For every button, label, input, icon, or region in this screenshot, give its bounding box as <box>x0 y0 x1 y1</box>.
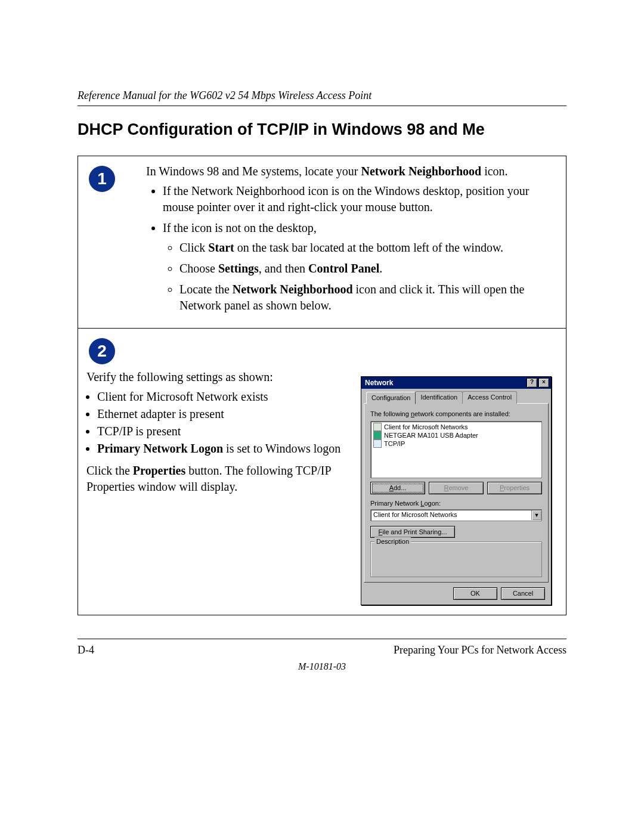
section-title: DHCP Configuration of TCP/IP in Windows … <box>78 120 566 139</box>
step1-sub-1: Click Start on the task bar located at t… <box>179 240 558 256</box>
text-bold: Properties <box>133 464 186 477</box>
step1-intro: In Windows 98 and Me systems, locate you… <box>146 163 558 179</box>
remove-button: Remove <box>429 482 484 494</box>
file-print-sharing-button[interactable]: File and Print Sharing... <box>370 526 455 538</box>
step1-bullet-2: If the icon is not on the desktop, Click… <box>163 220 558 314</box>
list-item-label: TCP/IP <box>384 439 405 448</box>
text: etwork components are installed: <box>414 410 510 417</box>
text: . <box>379 262 382 275</box>
network-dialog: Network ? × Configuration Ide <box>361 376 552 605</box>
text: Click <box>179 241 208 254</box>
text: on the task bar located at the bottom le… <box>234 241 503 254</box>
verify-item: Primary Network Logon is set to Windows … <box>97 441 352 457</box>
components-label: The following network components are ins… <box>370 410 542 419</box>
tab-access-control[interactable]: Access Control <box>462 391 517 404</box>
text: Primary Network <box>370 500 420 507</box>
verify-item: Client for Microsoft Network exists <box>97 389 352 405</box>
add-button[interactable]: Add... <box>370 482 425 494</box>
page-footer: D-4 Preparing Your PCs for Network Acces… <box>78 639 566 672</box>
text-bold: Start <box>208 241 234 254</box>
tab-panel-configuration: The following network components are ins… <box>364 403 549 583</box>
primary-logon-label: Primary Network Logon: <box>370 499 542 508</box>
adapter-icon <box>373 431 382 439</box>
mnemonic: A <box>389 484 394 491</box>
ok-button[interactable]: OK <box>453 587 497 600</box>
list-item[interactable]: NETGEAR MA101 USB Adapter <box>372 431 540 439</box>
step-1-badge: 1 <box>89 166 115 192</box>
steps-table: 1 In Windows 98 and Me systems, locate y… <box>78 156 566 615</box>
primary-logon-combo[interactable]: Client for Microsoft Networks ▼ <box>370 509 542 521</box>
step1-bullet-1: If the Network Neighborhood icon is on t… <box>163 183 558 215</box>
text-bold: Primary Network Logon <box>97 442 223 455</box>
verify-item: Ethernet adapter is present <box>97 406 352 422</box>
text-bold: Network Neighborhood <box>233 283 353 296</box>
list-item[interactable]: Client for Microsoft Networks <box>372 423 540 431</box>
text-bold: Network Neighborhood <box>361 165 481 178</box>
text: If the icon is not on the desktop, <box>163 221 317 234</box>
text: roperties <box>504 484 530 491</box>
chevron-down-icon[interactable]: ▼ <box>531 510 541 520</box>
text: is set to Windows logon <box>223 442 340 455</box>
text-bold: Settings <box>218 262 259 275</box>
text: ile and Print Sharing... <box>382 528 447 535</box>
document-page: Reference Manual for the WG602 v2 54 Mbp… <box>0 0 644 833</box>
text: Locate the <box>179 283 233 296</box>
text: , and then <box>259 262 308 275</box>
step-2-badge: 2 <box>89 338 115 364</box>
list-item-label: Client for Microsoft Networks <box>384 423 468 431</box>
description-label: Description <box>374 537 411 546</box>
list-item-label: NETGEAR MA101 USB Adapter <box>384 431 478 439</box>
footer-rule <box>78 639 566 639</box>
close-button[interactable]: × <box>538 378 549 388</box>
click-properties-text: Click the Properties button. The followi… <box>86 463 352 495</box>
page-number: D-4 <box>78 644 94 657</box>
properties-button: Properties <box>487 482 542 494</box>
text: Click the <box>86 464 133 477</box>
text: In Windows 98 and Me systems, locate you… <box>146 165 361 178</box>
components-listbox[interactable]: Client for Microsoft Networks NETGEAR MA… <box>370 421 542 478</box>
running-header: Reference Manual for the WG602 v2 54 Mbp… <box>78 89 566 102</box>
protocol-icon <box>373 439 382 448</box>
description-group: Description <box>370 541 542 577</box>
text: The following <box>370 410 411 417</box>
text: ogon: <box>424 500 441 507</box>
verify-item: TCP/IP is present <box>97 423 352 439</box>
tab-configuration[interactable]: Configuration <box>366 392 416 404</box>
text-bold: Control Panel <box>308 262 379 275</box>
text: dd... <box>394 484 406 491</box>
list-item[interactable]: TCP/IP <box>372 439 540 448</box>
step1-sub-2: Choose Settings, and then Control Panel. <box>179 261 558 277</box>
combo-value: Client for Microsoft Networks <box>371 510 531 519</box>
text: emove <box>448 484 468 491</box>
cancel-button[interactable]: Cancel <box>501 587 545 600</box>
header-rule <box>78 106 566 106</box>
tab-identification[interactable]: Identification <box>415 391 463 404</box>
document-number: M-10181-03 <box>78 661 566 672</box>
dialog-title: Network <box>365 378 393 388</box>
step1-sub-3: Locate the Network Neighborhood icon and… <box>179 281 558 314</box>
client-icon <box>373 423 382 431</box>
help-button[interactable]: ? <box>527 378 537 388</box>
dialog-titlebar[interactable]: Network ? × <box>361 377 551 389</box>
verify-intro: Verify the following settings as shown: <box>86 369 352 385</box>
text: icon. <box>481 165 507 178</box>
footer-section-title: Preparing Your PCs for Network Access <box>394 644 566 657</box>
text: Choose <box>179 262 218 275</box>
tab-strip: Configuration Identification Access Cont… <box>366 391 549 404</box>
